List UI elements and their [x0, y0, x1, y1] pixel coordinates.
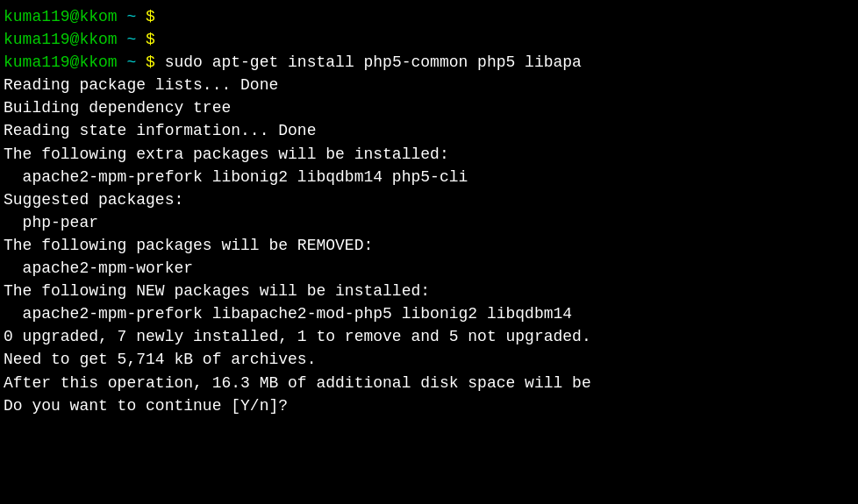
output-text: Building dependency tree: [4, 96, 231, 119]
output-line: Reading package lists... Done: [4, 74, 854, 96]
output-line: Do you want to continue [Y/n]?: [4, 394, 854, 417]
terminal-line: kuma119@kkom ~ $: [4, 28, 854, 51]
output-text: 0 upgraded, 7 newly installed, 1 to remo…: [4, 325, 591, 348]
output-line: The following packages will be REMOVED:: [4, 234, 854, 257]
output-text: The following packages will be REMOVED:: [4, 234, 373, 257]
prompt-user: kuma119@kkom: [4, 5, 118, 28]
output-text: Suggested packages:: [4, 188, 183, 211]
prompt-dollar: $: [136, 5, 155, 28]
output-line: The following extra packages will be ins…: [4, 143, 854, 166]
prompt-user: kuma119@kkom: [4, 28, 118, 51]
output-text: Reading package lists... Done: [4, 74, 278, 96]
output-text: The following NEW packages will be insta…: [4, 280, 430, 302]
prompt-tilde: ~: [118, 51, 137, 74]
terminal-window[interactable]: kuma119@kkom ~ $ kuma119@kkom ~ $ kuma11…: [0, 0, 858, 504]
output-line: Reading state information... Done: [4, 119, 854, 142]
output-line: apache2-mpm-worker: [4, 257, 854, 280]
output-text: Need to get 5,714 kB of archives.: [4, 348, 316, 371]
output-line: apache2-mpm-prefork libapache2-mod-php5 …: [4, 302, 854, 325]
output-line: 0 upgraded, 7 newly installed, 1 to remo…: [4, 325, 854, 348]
output-text: After this operation, 16.3 MB of additio…: [4, 372, 591, 394]
prompt-tilde: ~: [118, 5, 137, 28]
prompt-user: kuma119@kkom: [4, 51, 118, 74]
output-line: The following NEW packages will be insta…: [4, 280, 854, 302]
output-line: apache2-mpm-prefork libonig2 libqdbm14 p…: [4, 166, 854, 188]
terminal-command-line: kuma119@kkom ~ $ sudo apt-get install ph…: [4, 51, 854, 74]
output-text: apache2-mpm-worker: [4, 257, 193, 280]
output-line: After this operation, 16.3 MB of additio…: [4, 372, 854, 394]
output-text: Do you want to continue [Y/n]?: [4, 394, 288, 417]
output-text: apache2-mpm-prefork libonig2 libqdbm14 p…: [4, 166, 468, 188]
output-text: The following extra packages will be ins…: [4, 143, 449, 166]
prompt-dollar: $: [136, 28, 155, 51]
output-line: Suggested packages:: [4, 188, 854, 211]
output-line: Need to get 5,714 kB of archives.: [4, 348, 854, 371]
output-text: php-pear: [4, 211, 98, 234]
command-text: sudo apt-get install php5-common php5 li…: [155, 51, 582, 74]
output-text: Reading state information... Done: [4, 119, 316, 142]
output-line: Building dependency tree: [4, 96, 854, 119]
prompt-dollar: $: [136, 51, 155, 74]
terminal-line: kuma119@kkom ~ $: [4, 5, 854, 28]
output-line: php-pear: [4, 211, 854, 234]
output-text: apache2-mpm-prefork libapache2-mod-php5 …: [4, 302, 572, 325]
prompt-tilde: ~: [118, 28, 137, 51]
